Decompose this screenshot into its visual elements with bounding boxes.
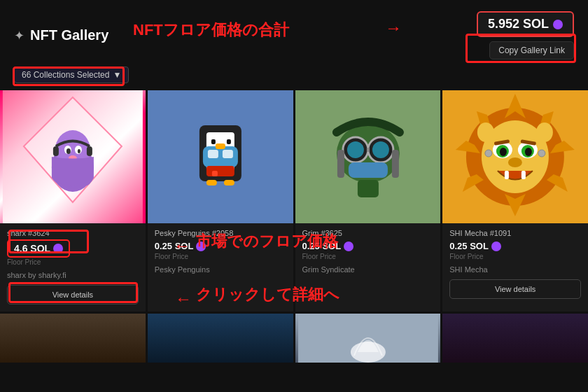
collections-count-label: 66 Collections Selected	[22, 70, 109, 80]
grim-price-text: 0.25 SOL	[302, 241, 342, 251]
sharx-price-text: 4.6 SOL	[14, 243, 50, 254]
svg-rect-33	[348, 162, 387, 178]
svg-point-49	[536, 122, 553, 142]
svg-rect-25	[224, 180, 234, 186]
grim-floor-label: Floor Price	[302, 253, 434, 260]
nft-card-pesky[interactable]: Pesky Penguins #2058 0.25 SOL Floor Pric…	[148, 90, 293, 312]
svg-point-62	[538, 150, 545, 157]
nft-name-shi: SHI Mecha #1091	[449, 229, 581, 237]
svg-rect-21	[216, 144, 225, 149]
app-container: ✦ NFT Gallery 5.952 SOL Copy Gallery Lin…	[0, 0, 588, 392]
svg-rect-35	[391, 150, 398, 178]
nft-card-sharx[interactable]: sharx #3624 4.6 SOL Floor Price sharx by…	[0, 90, 146, 312]
svg-point-61	[485, 150, 492, 157]
nft-image-grim	[295, 90, 441, 223]
gallery-grid-wrapper: sharx #3624 4.6 SOL Floor Price sharx by…	[0, 90, 588, 363]
sharx-floor-label: Floor Price	[7, 258, 139, 266]
shi-price-text: 0.25 SOL	[449, 241, 489, 251]
svg-rect-23	[212, 171, 218, 176]
bottom-card-3	[295, 314, 441, 363]
bottom-card-2	[148, 314, 293, 363]
nft-name-sharx: sharx #3624	[7, 229, 139, 237]
copy-gallery-link-button[interactable]: Copy Gallery Link	[489, 41, 574, 59]
sharx-sol-icon	[53, 244, 63, 253]
svg-rect-34	[337, 150, 344, 178]
card-info-sharx: sharx #3624 4.6 SOL Floor Price	[0, 223, 146, 269]
svg-point-30	[346, 141, 363, 158]
svg-point-54	[500, 148, 507, 156]
grim-sol-icon	[344, 241, 354, 251]
sol-total-badge: 5.952 SOL	[477, 11, 574, 37]
nft-image-sharx	[0, 90, 146, 223]
shi-view-details-button[interactable]: View details	[449, 279, 581, 299]
svg-point-8	[66, 148, 71, 154]
bottom-card-4	[442, 314, 588, 363]
shi-price: 0.25 SOL	[449, 241, 501, 251]
grim-collection: Grim Syndicate	[295, 263, 441, 275]
shi-collection: SHI Mecha	[442, 263, 588, 275]
svg-point-48	[477, 122, 494, 142]
svg-rect-19	[211, 139, 216, 144]
svg-rect-60	[522, 171, 526, 179]
nft-card-shi[interactable]: SHI Mecha #1091 0.25 SOL Floor Price SHI…	[442, 90, 588, 312]
filter-chevron-icon: ▼	[113, 70, 121, 80]
bottom-card-1	[0, 314, 146, 363]
nft-name-pesky: Pesky Penguins #2058	[155, 229, 286, 237]
page-title: NFT Gallery	[30, 27, 108, 43]
svg-rect-15	[208, 150, 218, 158]
nft-image-shi	[442, 90, 588, 223]
pesky-sol-icon	[196, 241, 206, 251]
shi-sol-icon	[491, 241, 501, 251]
svg-point-58	[508, 158, 522, 167]
sol-price-text: 5.952 SOL	[488, 17, 549, 31]
pesky-collection: Pesky Penguins	[148, 263, 293, 275]
svg-point-9	[78, 149, 80, 153]
header-right: 5.952 SOL Copy Gallery Link	[477, 11, 574, 59]
pesky-floor-label: Floor Price	[155, 253, 286, 260]
svg-rect-4	[53, 146, 59, 156]
sharx-price-badge: 4.6 SOL	[7, 239, 70, 258]
svg-rect-22	[206, 166, 234, 176]
gallery-grid: sharx #3624 4.6 SOL Floor Price sharx by…	[0, 90, 588, 312]
nft-name-grim: Grim #3625	[302, 229, 434, 237]
nft-image-pesky	[148, 90, 293, 223]
header-left: ✦ NFT Gallery	[14, 27, 108, 43]
card-info-shi: SHI Mecha #1091 0.25 SOL Floor Price	[442, 223, 588, 263]
svg-rect-5	[87, 146, 92, 156]
nft-card-grim[interactable]: Grim #3625 0.25 SOL Floor Price Grim Syn…	[295, 90, 441, 312]
svg-rect-32	[366, 148, 369, 152]
subheader: 66 Collections Selected ▼	[0, 66, 588, 90]
svg-point-55	[525, 148, 532, 156]
pesky-price: 0.25 SOL	[155, 241, 206, 251]
collections-filter-button[interactable]: 66 Collections Selected ▼	[14, 66, 129, 83]
sharx-view-details-button[interactable]: View details	[7, 285, 139, 304]
bottom-row	[0, 314, 588, 363]
svg-point-31	[372, 141, 388, 158]
card-info-grim: Grim #3625 0.25 SOL Floor Price	[295, 223, 441, 263]
sol-icon	[553, 20, 563, 29]
svg-rect-36	[357, 180, 378, 197]
svg-rect-24	[206, 180, 217, 186]
nft-icon: ✦	[14, 28, 24, 43]
svg-rect-16	[223, 150, 233, 158]
svg-rect-59	[505, 171, 509, 179]
grim-price: 0.25 SOL	[302, 241, 354, 251]
sharx-collection: sharx by sharky.fi	[0, 269, 146, 281]
shi-floor-label: Floor Price	[449, 253, 581, 260]
card-info-pesky: Pesky Penguins #2058 0.25 SOL Floor Pric…	[148, 223, 293, 263]
svg-rect-20	[227, 139, 231, 144]
pesky-price-text: 0.25 SOL	[155, 241, 194, 251]
header: ✦ NFT Gallery 5.952 SOL Copy Gallery Lin…	[0, 0, 588, 66]
